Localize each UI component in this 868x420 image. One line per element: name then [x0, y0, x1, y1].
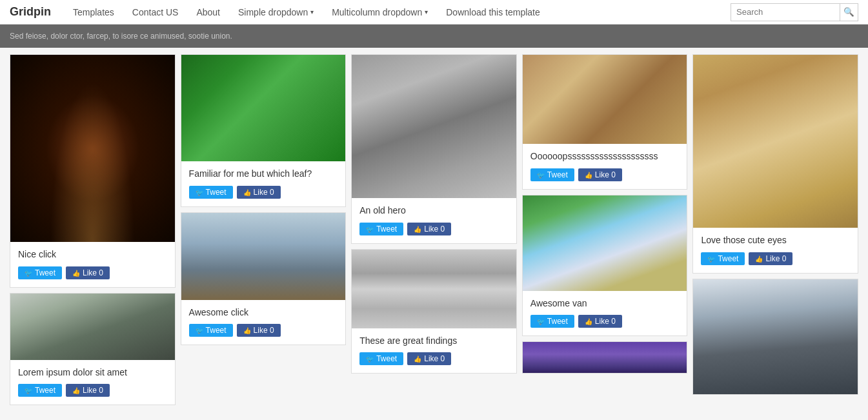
like-button[interactable]: Like 0	[66, 266, 110, 279]
card-image-forest	[10, 294, 175, 360]
tweet-button[interactable]: Tweet	[701, 252, 745, 265]
card-image-dock	[181, 213, 346, 300]
twitter-icon	[537, 170, 545, 179]
like-button[interactable]: Like 0	[407, 352, 451, 365]
twitter-icon	[196, 326, 203, 335]
tweet-button[interactable]: Tweet	[18, 384, 62, 397]
card-body: These are great findings Tweet Like 0	[352, 328, 516, 374]
caret-icon: ▾	[425, 8, 428, 15]
nav-contact[interactable]: Contact US	[123, 0, 188, 25]
card-image-van-bw	[352, 55, 516, 198]
social-buttons: Tweet Like 0	[18, 384, 167, 397]
nav-about[interactable]: About	[187, 0, 229, 25]
card-title: An old hero	[359, 205, 509, 217]
nav-templates[interactable]: Templates	[64, 0, 123, 25]
card-image-purple	[523, 342, 687, 373]
social-buttons: Tweet Like 0	[701, 252, 850, 265]
search-form: 🔍	[731, 3, 858, 21]
card-title: These are great findings	[359, 335, 509, 348]
social-buttons: Tweet Like 0	[359, 223, 509, 235]
card-rocky-hills	[692, 279, 858, 395]
card-image-alley	[10, 55, 175, 242]
card-cute-eyes: Love those cute eyes Tweet Like 0	[692, 54, 858, 274]
brand-logo[interactable]: Gridpin	[10, 5, 51, 19]
like-icon	[414, 225, 421, 234]
card-ooooops: Oooooopssssssssssssssssssss Tweet Like 0	[522, 54, 688, 190]
card-body: Awesome van Tweet Like 0	[523, 291, 687, 336]
card-body: Nice click Tweet Like 0	[10, 242, 175, 287]
card-body: An old hero Tweet Like 0	[352, 198, 516, 243]
tweet-button[interactable]: Tweet	[189, 186, 233, 199]
caret-icon: ▾	[310, 8, 314, 15]
card-an-old-hero: An old hero Tweet Like 0	[351, 54, 517, 244]
like-icon	[414, 354, 421, 363]
card-image-beach-van	[523, 195, 687, 291]
twitter-icon	[366, 354, 374, 363]
tweet-button[interactable]: Tweet	[18, 266, 62, 279]
tweet-button[interactable]: Tweet	[530, 315, 574, 328]
search-button[interactable]: 🔍	[840, 3, 858, 21]
like-icon	[755, 254, 763, 263]
top-bar: Sed feiose, dolor ctor, farcep, to isore…	[0, 25, 868, 48]
grid-col-1: Nice click Tweet Like 0	[10, 54, 176, 405]
social-buttons: Tweet Like 0	[189, 324, 338, 337]
twitter-icon	[25, 268, 32, 277]
card-image-laptop	[523, 55, 687, 144]
tweet-button[interactable]: Tweet	[359, 223, 403, 235]
card-great-findings: These are great findings Tweet Like 0	[351, 249, 517, 374]
card-title: Love those cute eyes	[701, 234, 850, 247]
card-title: Lorem ipsum dolor sit amet	[18, 366, 167, 379]
card-body: Oooooopssssssssssssssssssss Tweet Like 0	[523, 144, 687, 189]
twitter-icon	[196, 188, 203, 197]
social-buttons: Tweet Like 0	[189, 186, 338, 199]
social-buttons: Tweet Like 0	[530, 315, 680, 328]
like-button[interactable]: Like 0	[66, 384, 110, 397]
card-image-rocky	[693, 279, 858, 394]
social-buttons: Tweet Like 0	[18, 266, 167, 279]
card-image-leopard	[693, 55, 858, 228]
tweet-button[interactable]: Tweet	[189, 324, 233, 337]
card-body: Awesome click Tweet Like 0	[181, 300, 346, 345]
card-title: Oooooopssssssssssssssssssss	[530, 150, 680, 163]
like-icon	[585, 170, 592, 179]
top-bar-text: Sed feiose, dolor ctor, farcep, to isore…	[10, 32, 232, 41]
card-purple-mountains	[522, 341, 688, 374]
like-icon	[72, 386, 80, 395]
tweet-button[interactable]: Tweet	[530, 168, 574, 181]
card-title: Awesome van	[530, 297, 680, 310]
nav-download[interactable]: Download this template	[437, 0, 549, 25]
card-title: Nice click	[18, 248, 167, 261]
grid-col-3: An old hero Tweet Like 0	[351, 54, 517, 374]
search-input[interactable]	[731, 3, 840, 21]
like-icon	[243, 326, 251, 335]
like-button[interactable]: Like 0	[407, 223, 451, 235]
main-content: Nice click Tweet Like 0	[0, 48, 868, 412]
tweet-button[interactable]: Tweet	[359, 352, 403, 365]
grid-col-4: Oooooopssssssssssssssssssss Tweet Like 0	[522, 54, 688, 374]
nav-multicolumn-dropdown[interactable]: Multicolumn dropdown ▾	[323, 0, 437, 25]
like-button[interactable]: Like 0	[237, 186, 281, 199]
card-body: Familiar for me but which leaf? Tweet Li…	[181, 161, 346, 206]
card-lorem-ipsum: Lorem ipsum dolor sit amet Tweet Like 0	[10, 293, 176, 406]
like-button[interactable]: Like 0	[578, 168, 622, 181]
card-image-nyc	[352, 250, 516, 328]
nav-simple-dropdown[interactable]: Simple dropdown ▾	[229, 0, 323, 25]
like-button[interactable]: Like 0	[749, 252, 792, 265]
social-buttons: Tweet Like 0	[359, 352, 509, 365]
card-nice-click: Nice click Tweet Like 0	[10, 54, 176, 288]
like-icon	[72, 268, 80, 277]
social-buttons: Tweet Like 0	[530, 168, 680, 181]
like-button[interactable]: Like 0	[237, 324, 281, 337]
card-title: Familiar for me but which leaf?	[189, 168, 338, 181]
card-title: Awesome click	[189, 306, 338, 319]
card-image-leaf	[181, 55, 346, 161]
card-awesome-click: Awesome click Tweet Like 0	[181, 212, 347, 346]
twitter-icon	[707, 254, 715, 263]
card-awesome-van: Awesome van Tweet Like 0	[522, 195, 688, 337]
twitter-icon	[25, 386, 32, 395]
twitter-icon	[537, 317, 545, 326]
like-icon	[585, 317, 592, 326]
like-icon	[243, 188, 251, 197]
grid-col-2: Familiar for me but which leaf? Tweet Li…	[181, 54, 347, 345]
like-button[interactable]: Like 0	[578, 315, 622, 328]
